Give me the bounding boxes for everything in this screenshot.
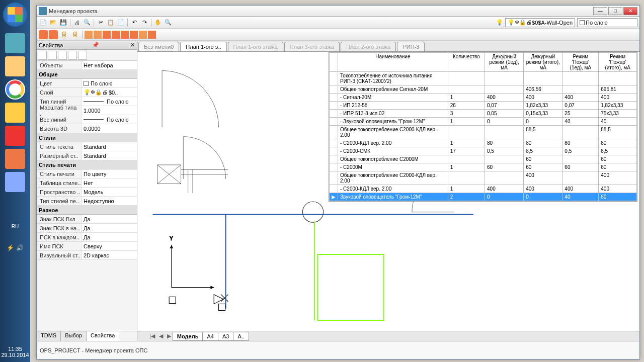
tab-nav-first[interactable]: |◀ bbox=[147, 333, 157, 339]
prop-ds-value[interactable]: Standard bbox=[81, 151, 137, 160]
titlebar[interactable]: Менеджер проекта — □ ✕ bbox=[37, 6, 639, 17]
taskbar-chrome-icon[interactable] bbox=[5, 79, 25, 100]
prop-h3d-value[interactable]: 0.0000 bbox=[81, 124, 137, 133]
zoom-icon[interactable]: 🔍 bbox=[164, 18, 173, 27]
doc-tab-rip3[interactable]: РИП-3 bbox=[397, 42, 425, 51]
building2-icon[interactable] bbox=[94, 31, 102, 39]
clock[interactable]: 11:35 29.10.2014 bbox=[1, 346, 29, 358]
taskbar-app-red-icon[interactable] bbox=[5, 126, 25, 146]
doc-tab-plan1b[interactable]: План 1-ого этажа bbox=[228, 42, 283, 51]
pin-icon[interactable]: 📌 bbox=[92, 42, 99, 48]
save-icon[interactable]: 💾 bbox=[59, 18, 68, 27]
prop-u2-value[interactable]: Да bbox=[81, 224, 137, 232]
prop-color-value[interactable]: По слою bbox=[81, 79, 137, 87]
prop-lw-value[interactable]: По слою bbox=[81, 115, 137, 124]
tab-nav-next[interactable]: ▶ bbox=[165, 333, 173, 339]
grid3-icon[interactable] bbox=[121, 31, 129, 39]
col-duty1[interactable]: Дежурный режим (1ед), мА bbox=[485, 53, 524, 72]
table-row[interactable]: - Сигнал-20М1400400400400 bbox=[330, 94, 637, 102]
tab-tdms[interactable]: TDMS bbox=[37, 331, 61, 341]
tab-properties[interactable]: Свойства bbox=[87, 331, 119, 341]
close-button[interactable]: ✕ bbox=[623, 7, 637, 15]
paste-icon[interactable]: 📄 bbox=[116, 18, 125, 27]
preview-icon[interactable]: 🔍 bbox=[83, 18, 92, 27]
tool-1-icon[interactable] bbox=[39, 30, 48, 39]
power-consumption-table[interactable]: Наименование Количество Дежурный режим (… bbox=[329, 52, 637, 202]
pt-btn-4[interactable] bbox=[68, 51, 77, 60]
pt-btn-2[interactable] bbox=[48, 51, 57, 60]
db2-icon[interactable]: 🗄 bbox=[70, 30, 80, 40]
tab-model[interactable]: Модель bbox=[173, 332, 203, 341]
copy-icon[interactable]: 📋 bbox=[106, 18, 115, 27]
pt-btn-3[interactable] bbox=[58, 51, 67, 60]
table-row[interactable]: Общее токопотребление С2000-КДЛ вер. 2.0… bbox=[330, 126, 637, 139]
prop-st-value[interactable]: Нет bbox=[81, 178, 137, 187]
redo-icon[interactable]: ↷ bbox=[140, 18, 149, 27]
systray[interactable]: ⚡ 🔊 bbox=[7, 244, 23, 251]
tab-select[interactable]: Выбор bbox=[61, 331, 87, 341]
prop-u1-value[interactable]: Да bbox=[81, 215, 137, 223]
table-row[interactable]: - ИПР 513-3 исп.0230,050,15x3,332575x3,3… bbox=[330, 110, 637, 118]
cat-styles[interactable]: Стили bbox=[37, 133, 137, 142]
prop-sty-value[interactable]: Недоступно bbox=[81, 197, 137, 205]
tab-a2[interactable]: А.. bbox=[233, 332, 249, 341]
new-icon[interactable]: 📄 bbox=[39, 18, 48, 27]
undo-icon[interactable]: ↶ bbox=[130, 18, 139, 27]
col-fire1[interactable]: Режим 'Пожар' (1ед), мА bbox=[562, 53, 599, 72]
cat-plot[interactable]: Стиль печати bbox=[37, 160, 137, 169]
doc-tab-plan3[interactable]: План 3-его этажа bbox=[284, 42, 340, 51]
prop-ts-value[interactable]: Standard bbox=[81, 142, 137, 151]
building-icon[interactable] bbox=[85, 31, 93, 39]
table-row[interactable]: - С2000М160606060 bbox=[330, 163, 637, 171]
tool-2-icon[interactable] bbox=[49, 30, 58, 39]
properties-header[interactable]: Свойства 📌 ✕ bbox=[37, 41, 137, 50]
prop-scale-value[interactable]: 1.0000 bbox=[81, 106, 137, 115]
table-row[interactable]: Общее токопотребление Сигнал-20М406,5669… bbox=[330, 85, 637, 94]
color-combo[interactable]: По слою bbox=[577, 18, 637, 27]
table-row[interactable]: - С2000-КДЛ вер. 2.001400400400400 bbox=[330, 185, 637, 193]
col-firetotal[interactable]: Режим 'Пожар' (итого), мА bbox=[599, 53, 637, 72]
table-row[interactable]: Токопотребление от источника питания РИП… bbox=[330, 72, 637, 85]
print-icon[interactable]: 🖨 bbox=[72, 18, 82, 27]
tab-a3[interactable]: А3 bbox=[218, 332, 233, 341]
table-row[interactable]: - Звуковой оповещатель "Гром-12М"1004040 bbox=[330, 118, 637, 126]
start-button[interactable] bbox=[3, 3, 27, 27]
no-selection[interactable]: Нет набора bbox=[81, 61, 137, 69]
taskbar-ie-icon[interactable] bbox=[5, 33, 25, 53]
grid2-icon[interactable] bbox=[112, 31, 120, 39]
pan-icon[interactable]: ✋ bbox=[153, 18, 163, 27]
taskbar-explorer-icon[interactable] bbox=[5, 56, 25, 76]
language-indicator[interactable]: RU bbox=[12, 224, 19, 229]
doc-tab-untitled[interactable]: Без имени0 bbox=[138, 42, 179, 51]
prop-ps-value[interactable]: По цвету bbox=[81, 169, 137, 178]
grid-icon[interactable] bbox=[103, 31, 111, 39]
command-line[interactable]: OPS_PROJECT - Менеджер проекта ОПС bbox=[37, 341, 639, 359]
doc-tab-plan1[interactable]: План 1-ого э.. bbox=[180, 42, 226, 51]
table-icon[interactable] bbox=[139, 31, 147, 39]
drawing-area[interactable]: Без имени0 План 1-ого э.. План 1-ого эта… bbox=[137, 41, 639, 341]
cat-general[interactable]: Общие bbox=[37, 70, 137, 79]
taskbar-powerpoint-icon[interactable] bbox=[5, 149, 25, 169]
tab-nav-prev[interactable]: ◀ bbox=[157, 333, 165, 339]
tab-a4[interactable]: А4 bbox=[202, 332, 218, 341]
table-row[interactable]: - ИП 212-58260,071,82x3,330,071,82x3,33 bbox=[330, 102, 637, 110]
panel-close-icon[interactable]: ✕ bbox=[130, 42, 135, 48]
prop-vis-value[interactable]: 2D каркас bbox=[81, 251, 137, 259]
maximize-button[interactable]: □ bbox=[608, 7, 622, 15]
table-row[interactable]: - С2000-КДЛ вер. 2.00180808080 bbox=[330, 139, 637, 147]
table-row[interactable]: ▶Звуковой оповещатель "Гром-12М"2004080 bbox=[330, 193, 637, 201]
db-icon[interactable]: 🗄 bbox=[59, 30, 69, 40]
taskbar-app-blue-icon[interactable] bbox=[5, 172, 25, 192]
grid4-icon[interactable] bbox=[130, 31, 138, 39]
prop-u4-value[interactable]: Сверху bbox=[81, 242, 137, 250]
prop-sp-value[interactable]: Модель bbox=[81, 188, 137, 196]
layer-combo[interactable]: 💡❄🔒🖨 $0$A-Wall-Open bbox=[505, 18, 575, 27]
pt-btn-1[interactable] bbox=[38, 51, 47, 60]
prop-u3-value[interactable]: Да bbox=[81, 233, 137, 241]
doc-tab-plan2[interactable]: План 2-ого этажа bbox=[341, 42, 396, 51]
table2-icon[interactable] bbox=[148, 31, 156, 39]
table-row[interactable]: Общее токопотребление С2000-КДЛ вер. 2.0… bbox=[330, 171, 637, 185]
cut-icon[interactable]: ✂ bbox=[96, 18, 105, 27]
pt-btn-5[interactable] bbox=[78, 51, 87, 60]
cat-misc[interactable]: Разное bbox=[37, 206, 137, 215]
